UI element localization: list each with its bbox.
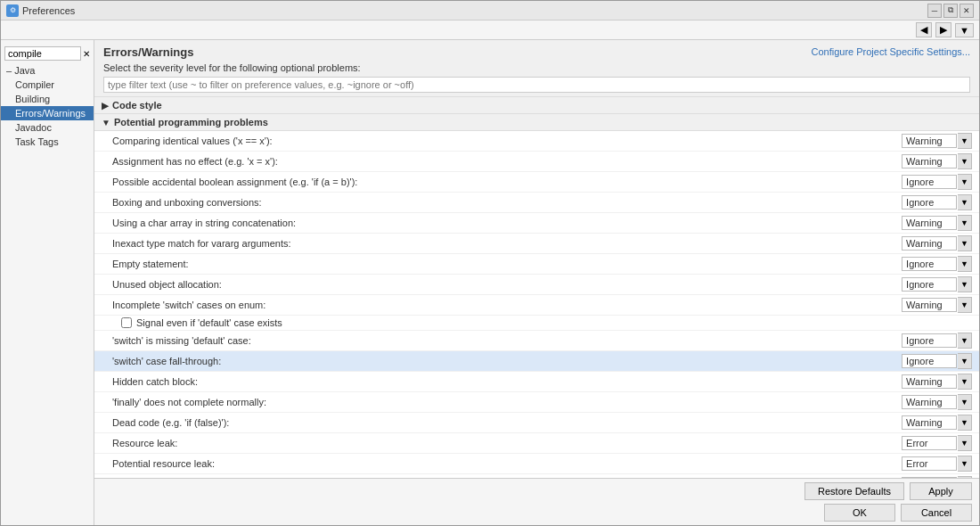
toolbar: ◀ ▶ ▼: [1, 21, 979, 40]
arrow-potential-resource-leak[interactable]: ▼: [958, 456, 972, 472]
label-vararg: Inexact type match for vararg arguments:: [112, 238, 902, 249]
expand-arrow-potential: ▼: [102, 118, 110, 127]
arrow-empty-stmt[interactable]: ▼: [958, 256, 972, 272]
label-boolean-assign: Possible accidental boolean assignment (…: [112, 177, 902, 187]
value-empty-stmt: Ignore: [902, 257, 957, 271]
value-dead-code: Warning: [902, 415, 957, 430]
setting-row-finally: 'finally' does not complete normally: Wa…: [94, 392, 979, 413]
arrow-assignment[interactable]: ▼: [958, 153, 972, 169]
dropdown-char-array[interactable]: Warning ▼: [902, 215, 972, 231]
label-switch-fallthrough: 'switch' case fall-through:: [112, 356, 902, 366]
setting-row-switch-enum: Incomplete 'switch' cases on enum: Warni…: [94, 295, 979, 316]
sidebar-item-task-tags[interactable]: Task Tags: [1, 135, 94, 149]
arrow-boxing[interactable]: ▼: [958, 194, 972, 210]
content-area: Errors/Warnings Configure Project Specif…: [94, 40, 979, 525]
dropdown-empty-stmt[interactable]: Ignore ▼: [902, 256, 972, 272]
sidebar-item-compiler[interactable]: Compiler: [1, 78, 94, 92]
expand-arrow-code-style: ▶: [102, 101, 109, 111]
arrow-unused-alloc[interactable]: ▼: [958, 276, 972, 292]
arrow-switch-missing-default[interactable]: ▼: [958, 333, 972, 349]
restore-button[interactable]: ⧉: [943, 4, 958, 18]
setting-row-boolean-assign: Possible accidental boolean assignment (…: [94, 172, 979, 193]
arrow-finally[interactable]: ▼: [958, 394, 972, 410]
checkbox-row-signal-default: Signal even if 'default' case exists: [94, 316, 979, 331]
sidebar-item-building[interactable]: Building: [1, 92, 94, 106]
dropdown-resource-leak[interactable]: Error ▼: [902, 435, 972, 451]
dropdown-assignment[interactable]: Warning ▼: [902, 153, 972, 169]
bottom-buttons-row2: OK Cancel: [102, 504, 972, 522]
arrow-resource-leak[interactable]: ▼: [958, 435, 972, 451]
restore-defaults-button[interactable]: Restore Defaults: [804, 482, 904, 500]
section-header-code-style[interactable]: ▶ Code style: [94, 97, 979, 114]
arrow-vararg[interactable]: ▼: [958, 235, 972, 251]
dropdown-potential-resource-leak[interactable]: Error ▼: [902, 456, 972, 472]
label-switch-missing-default: 'switch' is missing 'default' case:: [112, 335, 902, 346]
sidebar-search-area: ✕: [1, 44, 94, 63]
value-switch-fallthrough: Ignore: [902, 354, 957, 368]
setting-row-dead-code: Dead code (e.g. 'if (false)'): Warning ▼: [94, 413, 979, 433]
label-switch-enum: Incomplete 'switch' cases on enum:: [112, 300, 902, 310]
setting-row-comparing: Comparing identical values ('x == x'): W…: [94, 131, 979, 152]
bottom-bar: Restore Defaults Apply OK Cancel: [94, 478, 979, 525]
setting-row-assignment: Assignment has no effect (e.g. 'x = x'):…: [94, 152, 979, 172]
filter-input[interactable]: [103, 77, 970, 93]
value-finally: Warning: [902, 395, 957, 409]
setting-row-switch-missing-default: 'switch' is missing 'default' case: Igno…: [94, 331, 979, 351]
value-unused-alloc: Ignore: [902, 277, 957, 292]
dropdown-comparing[interactable]: Warning ▼: [902, 133, 972, 149]
clear-search-icon[interactable]: ✕: [83, 49, 90, 59]
cancel-button[interactable]: Cancel: [901, 504, 972, 522]
dropdown-switch-fallthrough[interactable]: Ignore ▼: [902, 353, 972, 369]
dropdown-switch-missing-default[interactable]: Ignore ▼: [902, 333, 972, 349]
dropdown-dead-code[interactable]: Warning ▼: [902, 415, 972, 431]
value-potential-resource-leak: Error: [902, 456, 957, 471]
label-comparing: Comparing identical values ('x == x'):: [112, 136, 902, 146]
dropdown-vararg[interactable]: Warning ▼: [902, 235, 972, 251]
value-resource-leak: Error: [902, 436, 957, 450]
sidebar-item-errors-warnings[interactable]: Errors/Warnings: [1, 106, 94, 120]
label-assignment: Assignment has no effect (e.g. 'x = x'):: [112, 156, 902, 167]
arrow-boolean-assign[interactable]: ▼: [958, 174, 972, 190]
sidebar-item-java[interactable]: – Java: [1, 63, 94, 78]
dropdown-boxing[interactable]: Ignore ▼: [902, 194, 972, 210]
sidebar: ✕ – Java Compiler Building Errors/Warnin…: [1, 40, 94, 525]
sidebar-item-javadoc[interactable]: Javadoc: [1, 120, 94, 135]
value-comparing: Warning: [902, 134, 957, 148]
minimize-button[interactable]: ─: [927, 4, 942, 18]
label-char-array: Using a char array in string concatenati…: [112, 218, 902, 228]
apply-button[interactable]: Apply: [910, 482, 972, 500]
label-empty-stmt: Empty statement:: [112, 259, 902, 269]
arrow-comparing[interactable]: ▼: [958, 133, 972, 149]
checkbox-signal-default[interactable]: [121, 317, 132, 328]
back-button[interactable]: ◀: [916, 22, 932, 37]
setting-row-resource-leak: Resource leak: Error ▼: [94, 433, 979, 454]
arrow-char-array[interactable]: ▼: [958, 215, 972, 231]
setting-row-boxing: Boxing and unboxing conversions: Ignore …: [94, 193, 979, 213]
label-finally: 'finally' does not complete normally:: [112, 397, 902, 407]
dropdown-finally[interactable]: Warning ▼: [902, 394, 972, 410]
setting-row-hidden-catch: Hidden catch block: Warning ▼: [94, 372, 979, 392]
arrow-switch-enum[interactable]: ▼: [958, 297, 972, 313]
main-content: ✕ – Java Compiler Building Errors/Warnin…: [1, 40, 979, 525]
dropdown-hidden-catch[interactable]: Warning ▼: [902, 374, 972, 390]
dropdown-unused-alloc[interactable]: Ignore ▼: [902, 276, 972, 292]
label-signal-default: Signal even if 'default' case exists: [136, 317, 282, 328]
arrow-dead-code[interactable]: ▼: [958, 415, 972, 431]
ok-button[interactable]: OK: [824, 504, 895, 522]
value-switch-missing-default: Ignore: [902, 333, 957, 348]
content-scroll: ▶ Code style ▼ Potential programming pro…: [94, 97, 979, 478]
close-button[interactable]: ✕: [960, 4, 974, 18]
preferences-icon: ⚙: [6, 4, 19, 17]
dropdown-boolean-assign[interactable]: Ignore ▼: [902, 174, 972, 190]
dropdown-switch-enum[interactable]: Warning ▼: [902, 297, 972, 313]
section-header-potential-problems[interactable]: ▼ Potential programming problems: [94, 114, 979, 131]
arrow-hidden-catch[interactable]: ▼: [958, 374, 972, 390]
search-input[interactable]: [4, 46, 81, 61]
bottom-buttons-row1: Restore Defaults Apply: [102, 482, 972, 500]
arrow-switch-fallthrough[interactable]: ▼: [958, 353, 972, 369]
sidebar-building-label: Building: [15, 94, 50, 104]
menu-button[interactable]: ▼: [955, 23, 974, 37]
label-hidden-catch: Hidden catch block:: [112, 376, 902, 387]
forward-button[interactable]: ▶: [935, 22, 951, 37]
configure-link[interactable]: Configure Project Specific Settings...: [811, 46, 970, 57]
